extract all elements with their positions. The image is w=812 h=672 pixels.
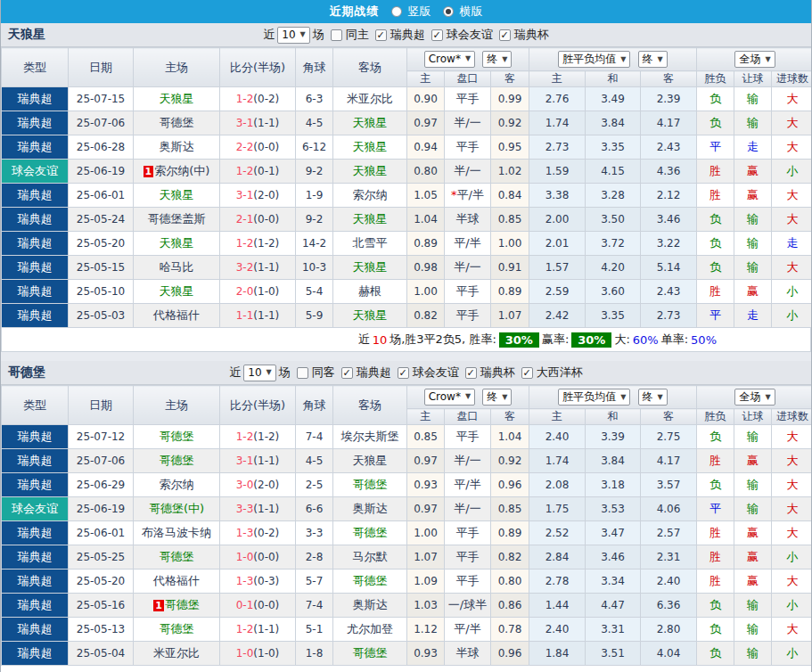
home-team-name: 天狼星 [160,92,194,105]
handicap-cell: 一/球半 [445,594,491,618]
avg-select[interactable]: 胜平负均值▼ [558,389,630,406]
odds-stage-select[interactable]: 终▼ [482,389,512,406]
home-odds-cell: 1.03 [407,594,445,618]
home-team-cell: 哥德堡(中) [134,497,220,521]
avg-draw-cell: 4.20 [586,256,641,280]
home-team-name: 奥斯达 [160,140,194,153]
avg-home-cell: 2.52 [529,521,586,545]
handicap-result-cell: 赢 [734,521,772,545]
full-score: 3-2 [236,261,254,274]
league-checkbox[interactable]: ✓ [521,367,533,379]
avg-stage-select[interactable]: 终▼ [638,389,668,406]
avg-draw-cell: 3.39 [586,425,641,449]
away-team-name: 奥斯达 [353,598,388,611]
games-count-select[interactable]: 10▼ [277,27,309,44]
handicap-result-cell: 走 [734,135,772,160]
odds-stage-select[interactable]: 终▼ [482,51,512,68]
away-team-cell: 埃尔夫斯堡 [333,425,407,449]
same-home-checkbox[interactable] [331,29,342,41]
fulltime-group-header: 全场▼ [697,48,812,71]
subcol-header: 客 [491,409,529,425]
league-checkbox[interactable]: ✓ [465,367,477,379]
corner-cell: 10-3 [296,256,333,280]
home-team-name: 天狼星 [160,284,194,298]
league-label[interactable]: 大西洋杯 [537,365,583,381]
odds-provider-select[interactable]: Crow*▼ [424,51,475,68]
odds-provider-select[interactable]: Crow*▼ [424,389,475,406]
league-label[interactable]: 瑞典超 [357,365,391,381]
match-date-cell: 25-05-03 [69,304,134,328]
score-cell: 3-3(1-1) [220,497,296,521]
match-row: 瑞典超25-05-161哥德堡0-1(0-0)7-4奥斯达1.03一/球半0.8… [2,594,812,618]
home-odds-cell: 0.85 [407,425,445,449]
league-type-cell: 瑞典超 [2,87,69,111]
home-team-cell: 米亚尔比 [134,642,220,666]
league-label[interactable]: 球会友谊 [413,365,459,381]
league-type-cell: 球会友谊 [2,160,69,184]
fulltime-select[interactable]: 全场▼ [734,389,775,406]
away-odds-cell: 0.95 [491,135,529,160]
league-label[interactable]: 瑞典杯 [514,27,549,43]
games-count-select[interactable]: 10▼ [243,365,275,381]
full-score: 0-1 [236,599,254,611]
col-header-date: 日期 [69,48,134,87]
half-score: (0-0) [253,141,279,153]
avg-stage-select[interactable]: 终▼ [638,51,668,68]
away-team-name: 天狼星 [353,140,388,153]
vertical-layout-label[interactable]: 竖版 [408,4,431,20]
league-checkbox[interactable]: ✓ [499,29,511,41]
away-odds-cell: 0.85 [491,497,529,521]
avg-away-cell: 4.36 [641,160,697,184]
match-date-cell: 25-06-01 [69,184,134,208]
same-home-label[interactable]: 同主 [346,27,369,43]
away-odds-cell: 1.07 [491,304,529,328]
avg-draw-cell: 3.51 [586,642,641,666]
radio-vertical-layout[interactable] [391,6,402,17]
avg-select[interactable]: 胜平负均值▼ [558,51,630,68]
corner-cell: 9-2 [296,208,333,232]
games-count-value: 10 [248,366,261,379]
filter-bar: 哥德堡 近 10▼ 场 同客 ✓ 瑞典超 ✓ 球会友谊 ✓ 瑞典杯 ✓ 大西洋杯 [1,361,811,385]
corner-cell: 5-1 [296,618,333,642]
match-row: 瑞典超25-05-15哈马比3-2(1-1)10-3天狼星0.98半/一0.91… [2,256,812,280]
col-header-type: 类型 [2,386,69,425]
avg-away-cell: 2.39 [641,87,697,111]
league-label[interactable]: 瑞典杯 [480,365,515,381]
odds-provider-value: Crow* [429,390,461,403]
avg-draw-cell: 3.35 [586,135,641,160]
fulltime-select[interactable]: 全场▼ [734,51,775,68]
league-label[interactable]: 球会友谊 [447,27,493,43]
corner-cell: 1-9 [296,184,333,208]
match-date-cell: 25-07-06 [69,449,134,473]
odds-provider-value: Crow* [429,53,461,65]
league-checkbox[interactable]: ✓ [375,29,387,41]
same-away-label[interactable]: 同客 [312,365,335,381]
handicap-cell: 半/一 [445,497,491,521]
col-header-corner: 角球 [296,386,333,425]
handicap-cell: 平手 [445,87,491,111]
handicap-result-cell: 赢 [734,570,772,594]
home-team-name: 哥德堡 [160,550,194,563]
avg-draw-cell: 3.46 [586,545,641,570]
handicap-result-cell: 输 [734,111,772,135]
away-odds-cell: 0.80 [491,570,529,594]
league-checkbox[interactable]: ✓ [431,29,443,41]
goals-result-cell: 大 [772,184,812,208]
outcome-result-cell: 负 [697,618,734,642]
match-date-cell: 25-05-20 [69,570,134,594]
horizontal-layout-label[interactable]: 横版 [460,4,483,20]
corner-cell: 1-8 [296,642,333,666]
avg-home-cell: 2.84 [529,545,586,570]
home-odds-cell: 1.04 [407,208,445,232]
subcol-header: 盘口 [445,71,491,87]
same-away-checkbox[interactable] [297,367,308,379]
avg-home-cell: 3.38 [529,184,586,208]
league-label[interactable]: 瑞典超 [390,27,425,43]
games-unit-label: 场 [313,27,324,43]
league-checkbox[interactable]: ✓ [341,367,353,379]
half-score: (0-2) [253,527,279,539]
radio-horizontal-layout[interactable] [443,6,454,17]
league-checkbox[interactable]: ✓ [398,367,409,379]
goals-result-cell: 大 [772,135,812,160]
avg-away-cell: 5.14 [641,256,697,280]
